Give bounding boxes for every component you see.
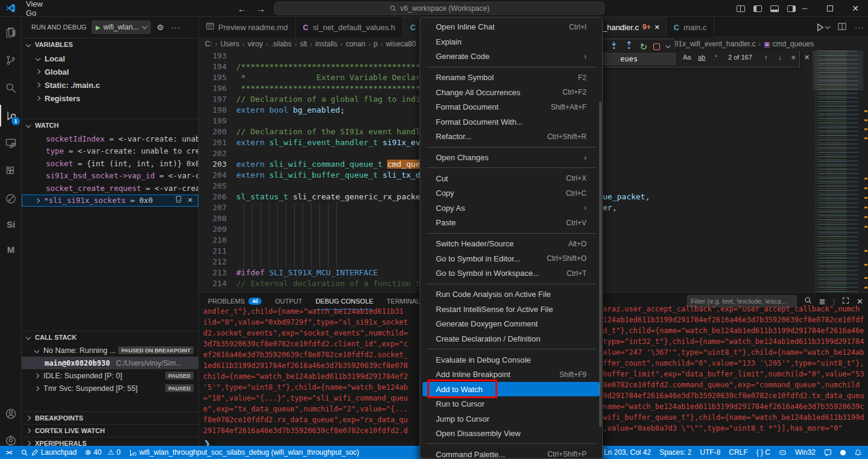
tab-sl_net_default_values-h[interactable]: Csl_net_default_values.h [296,17,403,37]
status-cursor-position[interactable]: Ln 203, Col 42 [604,448,651,457]
menubar-item-view[interactable]: View [20,0,63,8]
status-language-mode[interactable]: { } C [756,448,770,457]
menu-item-run-to-cursor[interactable]: Run to Cursor [423,396,600,411]
section-header-watch[interactable]: WATCH [22,119,198,131]
breadcrumb-item[interactable]: Users [221,40,239,48]
next-match-icon[interactable]: ↓ [778,54,782,61]
menu-scrollbar[interactable] [599,102,602,427]
remove-watch-icon[interactable]: ✕ [187,196,193,204]
find-input[interactable]: eues [600,53,676,65]
menu-item-copy[interactable]: CopyCtrl+C [423,186,600,201]
watch-item[interactable]: socket = {int (int, int, int)} 0x820… [22,157,198,170]
status-launchpad[interactable]: Launchpad [20,448,77,457]
stop-icon[interactable] [653,43,660,50]
menu-item-paste[interactable]: PasteCtrl+V [423,216,600,231]
menu-item-format-document-with[interactable]: Format Document With... [423,114,600,130]
breadcrumb-file[interactable]: si91x_wifi_event_handler.c [669,40,755,48]
debug-console-output-right[interactable]: araz.user_accept_callback",exp="user_acc… [603,304,868,434]
layout-grid-icon[interactable] [737,5,745,12]
breadcrumb-item[interactable]: .silabs [271,40,292,48]
activity-item-explorer[interactable] [0,22,22,43]
chevron-down-icon[interactable] [665,43,670,48]
callstack-frame[interactable]: main@0x0820b930C:/Users/viroy/Sim... [22,357,198,369]
menu-item-open-disassembly-view[interactable]: Open Disassembly View [423,426,600,441]
watch-item[interactable]: socket_create_request = <-var-create… [22,182,198,195]
breadcrumb-item[interactable]: installs [315,40,338,48]
window-maximize-button[interactable] [817,0,843,17]
breadcrumb-item[interactable]: C: [205,40,212,48]
menu-item-jump-to-cursor[interactable]: Jump to Cursor [423,411,600,426]
debug-console-output-left[interactable]: andler_t"},child={name="watch_be124ab1ed… [203,306,419,436]
activity-item-silabs[interactable]: Si [0,213,22,235]
menu-item-copy-as[interactable]: Copy As› [423,201,600,216]
window-close-button[interactable]: ✕ [843,0,868,17]
breadcrumb-item[interactable]: p [374,40,378,48]
menu-item-go-to-symbol-in-workspace[interactable]: Go to Symbol in Workspace...Ctrl+T [423,266,600,281]
activity-item-search[interactable] [0,77,22,99]
breadcrumb-symbol[interactable]: cmd_queues [773,40,814,48]
launch-config-dropdown[interactable]: ▶ wifi_wlan... [92,20,151,34]
layout-panel-icon[interactable] [770,5,779,12]
callstack-thread[interactable]: Tmr Svc: Suspended [P: 55]PAUSED [22,382,198,395]
watch-item[interactable]: si91x_bsd_socket->vap_id = <-var-cre… [22,170,198,183]
editor-more-actions-icon[interactable]: ··· [855,23,864,32]
regex-button[interactable]: .* [713,54,717,61]
variables-scope-staticmainc[interactable]: Static: ./main.c [22,78,198,92]
menu-item-generate-code[interactable]: Generate Code› [423,49,600,64]
status-copilot[interactable] [779,449,787,457]
close-tab-icon[interactable]: ✕ [654,23,659,31]
status-eol[interactable]: CRLF [729,448,747,457]
tab-main-c[interactable]: Cmain.c [667,17,715,37]
menu-item-go-to-symbol-in-editor[interactable]: Go to Symbol in Editor...Ctrl+Shift+O [423,251,600,266]
menu-item-change-all-occurrences[interactable]: Change All OccurrencesCtrl+F2 [423,85,600,100]
activity-item-extensions[interactable] [0,160,22,182]
split-editor-icon[interactable] [838,22,846,33]
menu-item-generate-doxygen-comment[interactable]: Generate Doxygen Comment [423,316,600,331]
breadcrumb-item[interactable]: wiseca80 [386,40,416,48]
set-format-icon[interactable] [171,196,183,205]
status-problems[interactable]: ⊗40⚠0 [85,448,121,457]
restart-icon[interactable]: ↻ [640,42,647,51]
breadcrumb-item[interactable]: viroy [248,40,263,48]
status-dot[interactable] [840,450,846,455]
close-find-icon[interactable]: ✕ [804,54,810,61]
activity-item-run-and-debug[interactable]: 1 [0,105,22,126]
more-actions-icon[interactable]: ··· [171,23,181,32]
nav-forward-icon[interactable]: → [256,4,265,14]
status-platform[interactable]: Win32 [795,448,816,457]
window-minimize-button[interactable]: ─ [792,0,817,17]
section-header-variables[interactable]: VARIABLES [22,38,198,51]
watch-item[interactable]: *sli_si91x_sockets = 0x0✕ [22,195,198,207]
match-case-button[interactable]: Aa [683,54,691,61]
status-indentation[interactable]: Spaces: 2 [659,448,691,457]
watch-item[interactable]: socketIdIndex = <-var-create: unable… [22,133,198,145]
section-header-cortex-live-watch[interactable]: CORTEX LIVE WATCH [22,424,198,437]
menu-item-open-inline-chat[interactable]: Open Inline ChatCtrl+I [423,20,600,35]
variables-scope-global[interactable]: Global [22,65,198,78]
activity-item-source-control[interactable] [0,49,22,71]
previous-match-icon[interactable]: ↑ [764,54,768,61]
debug-start-icon[interactable]: ▶ [96,24,101,31]
status-encoding[interactable]: UTF-8 [700,448,720,457]
menu-item-restart-intellisense-for-active-file[interactable]: Restart IntelliSense for Active File [423,302,600,317]
menubar-item-go[interactable]: Go [20,8,63,17]
section-header-call-stack[interactable]: CALL STACK [22,331,198,343]
activity-item-account[interactable] [0,403,22,425]
activity-item-m-extension[interactable]: M [0,239,22,260]
tab-Preview readme-md[interactable]: Preview readme.md [199,17,296,37]
menu-item-open-changes[interactable]: Open Changes› [423,150,600,165]
menu-item-format-document[interactable]: Format DocumentShift+Alt+F [423,99,600,114]
gear-icon[interactable]: ⚙ [157,23,164,32]
menu-item-add-inline-breakpoint[interactable]: Add Inline BreakpointShift+F9 [423,367,600,382]
minimap-slider[interactable] [813,51,863,90]
menu-item-cut[interactable]: CutCtrl+X [423,171,600,186]
variables-scope-local[interactable]: Local [22,52,198,65]
activity-item-remote-monitor[interactable] [0,133,22,154]
menu-item-switch-header-source[interactable]: Switch Header/SourceAlt+O [423,237,600,252]
menu-item-explain[interactable]: Explain [423,34,600,49]
menu-item-rename-symbol[interactable]: Rename SymbolF2 [423,70,600,85]
menu-item-refactor[interactable]: Refactor...Ctrl+Shift+R [423,129,600,144]
breadcrumb-item[interactable]: slt [300,40,307,48]
status-debug-session[interactable]: wifi_wlan_throughput_soc_silabs_debug (w… [129,448,359,457]
menu-item-create-declaration-definition[interactable]: Create Declaration / Definition [423,331,600,346]
